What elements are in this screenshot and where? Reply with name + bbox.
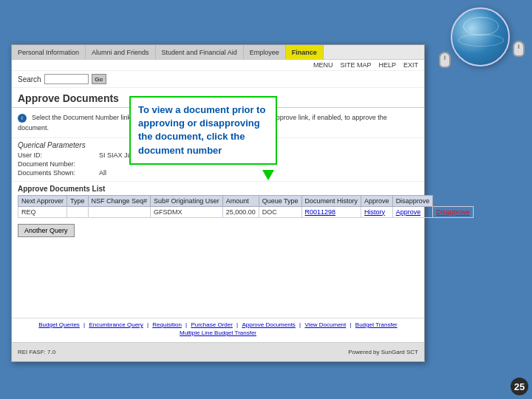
tab-employee[interactable]: Employee xyxy=(244,45,286,59)
cell-sub-orig: GFSDMX xyxy=(151,206,223,217)
footer: REI FASF: 7.0 Powered by SunGard SCT xyxy=(12,342,424,361)
another-query-button[interactable]: Another Query xyxy=(18,224,75,237)
tab-alumni-friends[interactable]: Alumni and Friends xyxy=(86,45,156,59)
cell-approve[interactable]: Approve xyxy=(392,206,433,217)
cell-nsf xyxy=(88,206,151,217)
link-encumbrance-query[interactable]: Encumbrance Query xyxy=(89,321,143,328)
col-header-type: Type xyxy=(67,195,89,206)
link-purchase-order[interactable]: Purchase Order xyxy=(191,321,232,328)
info-icon: i xyxy=(18,114,27,123)
col-header-queue-type: Queue Type xyxy=(259,195,301,206)
cell-amount: 25,000.00 xyxy=(222,206,259,217)
bottom-links-row-1: Budget Queries | Encumbrance Query | Req… xyxy=(18,321,418,328)
search-button[interactable]: Go xyxy=(92,74,106,84)
col-header-amount: Amount xyxy=(222,195,259,206)
cell-doc-number[interactable]: R0011298 xyxy=(301,206,361,217)
col-header-disapprove: Disapprove xyxy=(392,195,433,206)
globe-decoration xyxy=(414,0,532,89)
table-title: Approve Documents List xyxy=(18,185,418,193)
disapprove-link[interactable]: Disapprove xyxy=(436,208,470,216)
link-multiple-line-budget-transfer[interactable]: Multiple Line Budget Transfer xyxy=(180,330,256,336)
param-documents-shown: Documents Shown: All xyxy=(18,169,418,177)
link-view-document[interactable]: View Document xyxy=(304,321,346,328)
param-label-user-id: User ID: xyxy=(18,151,99,159)
approve-documents-table: Next Approver Type NSF Change Seq# Sub# … xyxy=(18,195,474,218)
cell-next-approver: REQ xyxy=(18,206,67,217)
mouse-icon-1 xyxy=(513,41,525,57)
nav-bar: Personal Information Alumni and Friends … xyxy=(12,45,424,60)
top-links-bar: MENU SITE MAP HELP EXIT xyxy=(12,60,424,71)
table-row: REQ GFSDMX 25,000.00 DOC R0011298 Histor… xyxy=(18,206,474,217)
table-section: Approve Documents List Next Approver Typ… xyxy=(12,182,424,221)
footer-version: REI FASF: 7.0 xyxy=(18,349,55,355)
search-label: Search xyxy=(18,75,41,83)
menu-link[interactable]: MENU xyxy=(313,61,333,69)
footer-powered-by: Powered by SunGard SCT xyxy=(348,349,418,355)
cell-history[interactable]: History xyxy=(361,206,393,217)
bottom-links-row-2: Multiple Line Budget Transfer xyxy=(18,330,418,336)
search-bar: Search Go xyxy=(12,71,424,88)
help-link[interactable]: HELP xyxy=(378,61,396,69)
col-header-next-approver: Next Approver xyxy=(18,195,67,206)
tab-student-financial-aid[interactable]: Student and Financial Aid xyxy=(156,45,244,59)
callout-arrow xyxy=(262,170,274,180)
main-window: Personal Information Alumni and Friends … xyxy=(11,44,425,362)
col-header-doc-history: Document History xyxy=(301,195,361,206)
cell-type xyxy=(67,206,89,217)
bottom-links: Budget Queries | Encumbrance Query | Req… xyxy=(12,318,424,341)
tab-personal-information[interactable]: Personal Information xyxy=(12,45,86,59)
site-map-link[interactable]: SITE MAP xyxy=(340,61,371,69)
link-approve-documents[interactable]: Approve Documents xyxy=(242,321,295,328)
doc-number-link[interactable]: R0011298 xyxy=(305,208,336,216)
mouse-icon-2 xyxy=(439,52,451,68)
param-value-docs-shown: All xyxy=(99,169,106,177)
callout-box: To view a document prior to approving or… xyxy=(129,96,277,165)
cell-queue-type: DOC xyxy=(259,206,301,217)
param-label-doc-num: Document Number: xyxy=(18,160,99,168)
search-input[interactable] xyxy=(44,74,89,84)
link-requisition[interactable]: Requisition xyxy=(152,321,182,328)
page-number: 25 xyxy=(511,378,528,395)
approve-link[interactable]: Approve xyxy=(396,208,421,216)
link-budget-queries[interactable]: Budget Queries xyxy=(38,321,80,328)
callout-text: To view a document prior to approving or… xyxy=(138,104,265,156)
col-header-sub-orig: Sub# Originating User xyxy=(151,195,223,206)
globe-icon xyxy=(451,7,510,66)
tab-finance[interactable]: Finance xyxy=(286,45,324,59)
param-label-docs-shown: Documents Shown: xyxy=(18,169,99,177)
link-budget-transfer[interactable]: Budget Transfer xyxy=(355,321,398,328)
col-header-approve: Approve xyxy=(361,195,393,206)
col-header-nsf-change: NSF Change Seq# xyxy=(88,195,151,206)
history-link[interactable]: History xyxy=(364,208,385,216)
cell-disapprove[interactable]: Disapprove xyxy=(433,206,474,217)
